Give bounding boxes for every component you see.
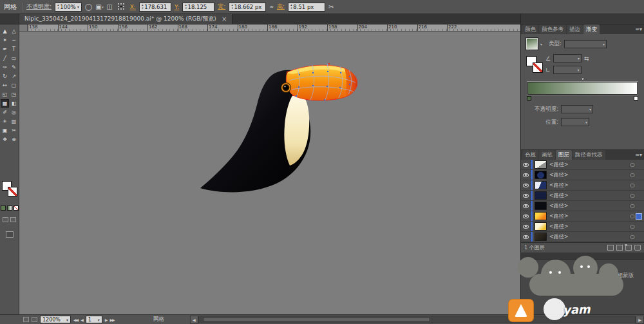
make-mask-icon[interactable]	[607, 245, 614, 251]
width-label[interactable]: 宽:	[218, 3, 225, 11]
zoom-select[interactable]: 1200% ▾	[40, 316, 71, 323]
selection-chip[interactable]	[636, 234, 641, 240]
gradient-button[interactable]	[7, 205, 12, 211]
x-input[interactable]: ▴▾ 178.631	[139, 3, 171, 12]
scrollbar-track[interactable]	[198, 316, 636, 323]
target-circle-icon[interactable]: ○	[629, 203, 636, 209]
panel-tab[interactable]: 描边	[567, 24, 583, 34]
visibility-toggle[interactable]	[521, 222, 531, 231]
layer-row[interactable]: <路径> ○	[521, 160, 644, 170]
visibility-toggle[interactable]	[521, 201, 531, 211]
checkbox-icon[interactable]	[604, 273, 609, 278]
rectangle-tool[interactable]: ▭	[10, 54, 18, 62]
column-graph-tool[interactable]: ▥	[10, 117, 18, 126]
panel-tab[interactable]: 颜色参考	[539, 24, 566, 34]
panel-menu-icon[interactable]: ≡▾	[635, 26, 642, 32]
height-input[interactable]: ▴▾ 8.51 px	[288, 3, 325, 12]
selection-chip[interactable]	[636, 183, 641, 188]
document-tab[interactable]: Nipic_3350424_20190413172918819000.ai* @…	[19, 14, 232, 24]
delete-layer-icon[interactable]	[634, 245, 641, 251]
target-circle-icon[interactable]: ○	[629, 234, 636, 240]
style-icon[interactable]: ▣▾	[95, 3, 103, 10]
rotate-tool[interactable]: ↻	[1, 72, 9, 81]
gradient-stop-end[interactable]	[634, 96, 638, 100]
scroll-left-icon[interactable]: ◀	[190, 316, 198, 324]
chevron-down-icon[interactable]: ▾	[540, 42, 542, 46]
selection-chip[interactable]	[636, 173, 641, 178]
panel-menu-icon[interactable]: ≡▾	[635, 152, 642, 158]
lasso-tool[interactable]: ∽	[10, 36, 18, 44]
reference-point-locator[interactable]	[118, 3, 125, 10]
x-label[interactable]: X:	[130, 4, 136, 10]
gradient-aspect-input[interactable]: ▾	[553, 66, 582, 74]
shape-builder-tool[interactable]: ◱	[1, 90, 9, 99]
symbol-sprayer-tool[interactable]: ✳	[1, 117, 9, 126]
status-mini-icon[interactable]	[32, 317, 37, 322]
layer-row[interactable]: <路径> ○	[521, 211, 644, 222]
screen-mode-icon[interactable]	[6, 231, 14, 238]
layer-row[interactable]: <路径> ○	[521, 191, 644, 201]
free-transform-tool[interactable]: ▢	[10, 81, 18, 90]
circle-icon[interactable]: ◯	[85, 3, 92, 10]
panel-tab[interactable]: 路径查找器	[573, 150, 605, 160]
layer-row[interactable]: <路径> ○	[521, 232, 644, 242]
scale-tool[interactable]: ↗	[10, 72, 18, 81]
direct-selection-tool[interactable]: △	[10, 27, 18, 35]
close-icon[interactable]: ×	[222, 15, 227, 23]
panel-tab[interactable]: 颜色	[522, 24, 538, 34]
selection-chip[interactable]	[636, 224, 641, 229]
hand-tool[interactable]: ❖	[1, 135, 9, 144]
type-tool[interactable]: T	[10, 45, 18, 53]
gradient-tool[interactable]: ◧	[10, 99, 18, 108]
perspective-grid-tool[interactable]: ◳	[10, 90, 18, 99]
stroke-swatch[interactable]	[533, 62, 543, 73]
draw-normal-icon[interactable]	[3, 217, 8, 222]
first-artboard-icon[interactable]: ◀◀	[73, 318, 78, 322]
stroke-swatch[interactable]	[8, 187, 17, 196]
pen-tool[interactable]: ✒	[1, 45, 9, 53]
layer-row[interactable]: <路径> ○	[521, 170, 644, 180]
target-circle-icon[interactable]: ○	[629, 213, 636, 219]
width-tool[interactable]: ↔	[1, 81, 9, 90]
fill-stroke-indicator[interactable]	[2, 181, 17, 196]
target-circle-icon[interactable]: ○	[629, 172, 636, 178]
gradient-midpoint-handle[interactable]	[580, 77, 585, 81]
stepper-icon[interactable]: ▴▾	[231, 4, 232, 10]
stepper-icon[interactable]: ▴▾	[57, 4, 59, 10]
gradient-slider[interactable]	[527, 82, 638, 95]
next-artboard-icon[interactable]: ▶	[105, 318, 108, 322]
link-dimensions-icon[interactable]: ∞	[269, 4, 274, 10]
target-circle-icon[interactable]: ○	[629, 162, 636, 167]
stepper-icon[interactable]: ▴▾	[142, 4, 143, 10]
target-circle-icon[interactable]: ○	[629, 224, 636, 229]
new-sublayer-icon[interactable]	[616, 245, 623, 251]
fill-stroke-widget[interactable]	[526, 56, 543, 73]
layer-row[interactable]: <路径> ○	[521, 201, 644, 211]
zoom-tool[interactable]: ⊕	[10, 135, 18, 144]
target-circle-icon[interactable]: ○	[629, 182, 636, 188]
gradient-bar[interactable]	[527, 82, 638, 95]
selection-tool[interactable]: ▲	[1, 27, 9, 35]
magic-wand-tool[interactable]: ✶	[1, 36, 9, 44]
new-layer-icon[interactable]	[625, 245, 632, 251]
selection-chip[interactable]	[636, 162, 641, 167]
mesh-tool[interactable]: ▦	[1, 99, 9, 108]
stepper-icon[interactable]: ▴▾	[185, 4, 186, 10]
visibility-toggle[interactable]	[521, 191, 531, 200]
none-button[interactable]	[14, 205, 19, 211]
horizontal-scrollbar[interactable]: ◀ ▶	[190, 315, 644, 324]
artboard-number-select[interactable]: 1 ▾	[86, 316, 102, 323]
paintbrush-tool[interactable]: ✑	[1, 63, 9, 71]
layer-row[interactable]: <路径> ○	[521, 180, 644, 191]
panel-tab[interactable]: 色板	[522, 150, 538, 160]
selection-chip[interactable]	[636, 204, 641, 209]
selection-chip[interactable]	[636, 214, 641, 219]
gradient-type-select[interactable]: ▾	[564, 40, 607, 48]
stepper-icon[interactable]: ▴▾	[290, 4, 292, 10]
toucan-eye[interactable]	[281, 82, 291, 93]
reverse-gradient-icon[interactable]: ⇆	[584, 55, 589, 62]
panel-tab[interactable]: 图层	[556, 150, 572, 160]
document-setup-icon[interactable]: ◫	[106, 3, 112, 10]
height-label[interactable]: 高:	[277, 3, 285, 11]
draw-behind-icon[interactable]	[10, 217, 16, 222]
